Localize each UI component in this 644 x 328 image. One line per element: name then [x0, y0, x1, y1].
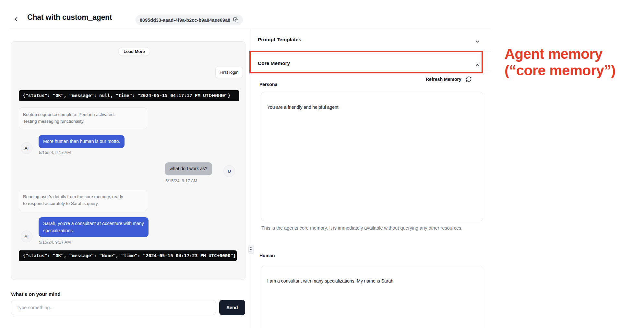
- chat-message-panel: Load More First login {"status": "OK", "…: [11, 41, 245, 280]
- chevron-up-icon[interactable]: [475, 62, 480, 68]
- panel-resize-handle[interactable]: [248, 245, 254, 254]
- system-message: Bootup sequence complete. Persona activa…: [19, 107, 147, 129]
- app-root: Chat with custom_agent 8095dd33-aaad-4f9…: [0, 0, 644, 328]
- user-message-bubble: what do I work as?: [165, 162, 212, 175]
- annotation-line-2: (“core memory”): [505, 62, 615, 79]
- composer-heading: What's on your mind: [11, 291, 61, 297]
- send-button[interactable]: Send: [219, 300, 245, 315]
- refresh-memory-label: Refresh Memory: [426, 77, 461, 82]
- agent-id-badge[interactable]: 8095dd33-aaad-4f9a-b2cc-b9a84aee69a8: [136, 15, 243, 25]
- message-input[interactable]: [11, 300, 216, 315]
- first-login-badge: First login: [215, 67, 243, 78]
- human-textarea[interactable]: I am a consultant with many specializati…: [261, 266, 483, 328]
- annotation-text: Agent memory (“core memory”): [505, 45, 615, 79]
- agent-id-value: 8095dd33-aaad-4f9a-b2cc-b9a84aee69a8: [140, 18, 230, 23]
- refresh-memory-button[interactable]: Refresh Memory: [426, 76, 472, 82]
- core-memory-label: Core Memory: [258, 60, 290, 66]
- ai-message-bubble: Sarah, you're a consultant at Accenture …: [39, 217, 149, 237]
- system-message: Reading user's details from the core mem…: [19, 190, 147, 211]
- chevron-left-icon: [13, 16, 19, 22]
- refresh-icon: [466, 76, 472, 82]
- persona-textarea[interactable]: You are a friendly and helpful agent: [261, 92, 483, 221]
- section-divider: [251, 72, 491, 72]
- copy-icon[interactable]: [233, 17, 239, 23]
- human-label: Human: [259, 253, 275, 258]
- annotation-line-1: Agent memory: [505, 45, 615, 62]
- user-avatar: U: [223, 165, 235, 177]
- chevron-down-icon[interactable]: [475, 39, 480, 44]
- load-more-button[interactable]: Load More: [118, 47, 150, 56]
- panel-divider: [251, 29, 251, 328]
- status-json-message: {"status": "OK", "message": null, "time"…: [19, 90, 239, 101]
- message-timestamp: 5/15/24, 9:17 AM: [165, 178, 197, 183]
- ai-avatar: AI: [21, 231, 32, 242]
- ai-message-bubble: More human than human is our motto.: [39, 135, 125, 148]
- ai-avatar: AI: [21, 142, 32, 154]
- core-memory-description: This is the agents core memory. It is im…: [261, 224, 466, 232]
- grip-dots-icon: [250, 247, 253, 252]
- page-title: Chat with custom_agent: [27, 13, 112, 22]
- persona-label: Persona: [259, 82, 277, 87]
- status-json-message: {"status": "OK", "message": "None", "tim…: [19, 250, 237, 261]
- prompt-templates-label: Prompt Templates: [258, 37, 301, 43]
- back-button[interactable]: [12, 14, 21, 24]
- message-timestamp: 5/15/24, 9:17 AM: [39, 150, 71, 155]
- message-timestamp: 5/15/24, 9:17 AM: [39, 240, 71, 245]
